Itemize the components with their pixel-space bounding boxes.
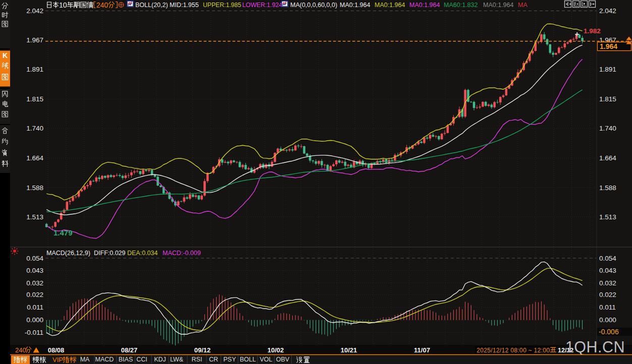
svg-text:MA0:1.964: MA0:1.964 (340, 2, 371, 9)
svg-text:1.479: 1.479 (54, 228, 73, 237)
svg-text:MACD: MACD (95, 356, 114, 363)
svg-text:1.967: 1.967 (26, 36, 43, 44)
svg-text:MACD(26,12,9): MACD(26,12,9) (46, 250, 90, 257)
svg-text:1.891: 1.891 (26, 66, 43, 73)
svg-text:08/27: 08/27 (121, 346, 138, 354)
svg-text:2.042: 2.042 (26, 7, 43, 15)
svg-text:MA0:1.964: MA0:1.964 (409, 2, 440, 9)
svg-text:MA: MA (80, 356, 90, 363)
svg-text:0.054: 0.054 (26, 255, 43, 262)
svg-text:0.022: 0.022 (26, 291, 43, 298)
svg-text:BOLL: BOLL (240, 356, 256, 363)
svg-text:09/12: 09/12 (194, 346, 211, 354)
svg-text:0.054: 0.054 (599, 255, 616, 262)
svg-text:0.043: 0.043 (26, 267, 43, 274)
svg-text:1.588: 1.588 (26, 184, 43, 192)
svg-text:1.740: 1.740 (26, 125, 43, 132)
svg-text:MACD:-0.009: MACD:-0.009 (163, 250, 201, 257)
svg-text:MA: MA (518, 2, 528, 9)
svg-text:1.513: 1.513 (26, 213, 43, 221)
svg-text:240: 240 (96, 1, 109, 9)
svg-text:11/07: 11/07 (414, 346, 430, 354)
svg-text:10/21: 10/21 (341, 346, 357, 354)
svg-text:UPPER:1.985: UPPER:1.985 (203, 2, 241, 9)
svg-text:DEA:0.034: DEA:0.034 (127, 250, 158, 257)
svg-text:CCI: CCI (136, 356, 147, 363)
svg-text:1.815: 1.815 (599, 95, 616, 103)
svg-text:VIP: VIP (52, 356, 63, 363)
svg-text:MA(0,0,0,60,0,0): MA(0,0,0,60,0,0) (290, 2, 337, 9)
svg-text:CR: CR (209, 356, 218, 363)
svg-text:1.664: 1.664 (599, 154, 616, 162)
svg-text:1.588: 1.588 (599, 184, 616, 192)
svg-text:BOLL(20,2): BOLL(20,2) (135, 2, 168, 9)
svg-text:VOL: VOL (259, 356, 272, 363)
svg-text:KDJ: KDJ (154, 356, 166, 363)
svg-text:2025/12/12 08:00 ~ 12:00: 2025/12/12 08:00 ~ 12:00 (477, 347, 550, 354)
svg-text:LW&: LW& (170, 356, 184, 363)
svg-text:OBV: OBV (276, 356, 290, 363)
svg-text:1.740: 1.740 (599, 125, 616, 132)
svg-text:0.043: 0.043 (599, 267, 616, 274)
svg-text:-0.011: -0.011 (25, 329, 43, 336)
svg-text:0.032: 0.032 (599, 279, 616, 287)
svg-text:DIFF:0.029: DIFF:0.029 (94, 250, 126, 257)
svg-text:10: 10 (59, 1, 67, 9)
svg-text:0.000: 0.000 (26, 316, 43, 324)
svg-text:1.815: 1.815 (26, 95, 43, 103)
svg-text:MA60:1.832: MA60:1.832 (444, 2, 478, 9)
svg-text:MA0:1.964: MA0:1.964 (483, 2, 514, 9)
svg-text:RSI: RSI (192, 356, 202, 363)
svg-text:-0.006: -0.006 (599, 328, 619, 336)
svg-text:1.513: 1.513 (599, 213, 616, 221)
svg-text:1.891: 1.891 (599, 66, 616, 73)
svg-text:MA0:1.964: MA0:1.964 (375, 2, 405, 9)
svg-text:10/02: 10/02 (268, 346, 284, 354)
svg-text:1.964: 1.964 (600, 42, 617, 50)
svg-text:PSY: PSY (223, 356, 236, 363)
svg-text:BIAS: BIAS (119, 356, 133, 363)
svg-text:0.032: 0.032 (26, 279, 43, 287)
svg-text:K: K (3, 51, 8, 59)
svg-text:0.022: 0.022 (599, 291, 616, 298)
svg-text:0.011: 0.011 (27, 304, 43, 311)
svg-text:MID:1.955: MID:1.955 (170, 2, 199, 9)
svg-text:1.664: 1.664 (26, 154, 43, 162)
svg-text:1.982: 1.982 (584, 27, 601, 35)
svg-text:0.011: 0.011 (599, 304, 616, 311)
svg-text:1QH.CN: 1QH.CN (565, 338, 625, 355)
svg-text:240: 240 (15, 346, 26, 354)
svg-text:2.042: 2.042 (599, 7, 616, 15)
svg-text:LOWER:1.924: LOWER:1.924 (242, 2, 282, 9)
svg-text:0.000: 0.000 (599, 316, 616, 324)
svg-text:08/08: 08/08 (48, 346, 65, 354)
